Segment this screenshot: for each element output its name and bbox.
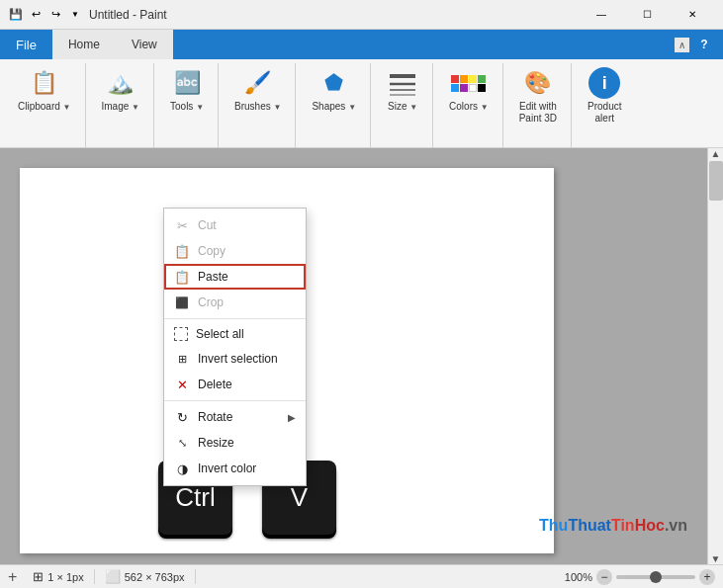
ribbon-group-brushes-items: 🖌️ Brushes ▼	[228, 63, 287, 143]
ctx-separator-1	[164, 318, 306, 319]
ribbon-group-image-items: 🏔️ Image ▼	[96, 63, 146, 143]
shapes-icon: ⬟	[318, 67, 350, 99]
ctx-delete[interactable]: ✕ Delete	[164, 372, 306, 397]
undo-icon[interactable]: ↩	[28, 7, 44, 23]
colors-button[interactable]: Colors ▼	[443, 63, 495, 117]
ribbon-group-shapes-items: ⬟ Shapes ▼	[306, 63, 362, 143]
ctx-copy[interactable]: 📋 Copy	[164, 238, 306, 264]
canvas-wrapper[interactable]: ✂ Cut 📋 Copy 📋 Paste ⬛ Crop Select	[0, 148, 707, 564]
ctx-invert-color[interactable]: ◑ Invert color	[164, 456, 306, 481]
zoom-slider[interactable]	[616, 575, 695, 579]
rotate-submenu-arrow: ▶	[288, 412, 296, 423]
rotate-icon: ↻	[174, 409, 190, 425]
ctx-rotate[interactable]: ↻ Rotate ▶	[164, 404, 306, 430]
context-menu: ✂ Cut 📋 Copy 📋 Paste ⬛ Crop Select	[163, 208, 307, 486]
watermark-dot: .vn	[665, 517, 687, 534]
tools-icon: 🔤	[171, 67, 203, 99]
dropdown-icon[interactable]: ▼	[67, 7, 83, 23]
canvas-area: ✂ Cut 📋 Copy 📋 Paste ⬛ Crop Select	[0, 148, 723, 564]
ribbon-group-tools-items: 🔤 Tools ▼	[164, 63, 210, 143]
clipboard-button[interactable]: 📋 Clipboard ▼	[12, 63, 77, 117]
select-all-label: Select all	[196, 327, 244, 341]
scroll-down-button[interactable]: ▼	[711, 553, 721, 564]
cut-icon: ✂	[174, 217, 190, 233]
status-canvas: ⬜ 562 × 763px	[95, 569, 196, 584]
scroll-up-button[interactable]: ▲	[711, 148, 721, 159]
shapes-label: Shapes ▼	[312, 101, 356, 113]
crop-icon: ⬛	[174, 294, 190, 310]
ribbon-group-edit3d: 🎨 Edit with Paint 3D	[505, 63, 572, 147]
resize-icon: ⤡	[174, 435, 190, 451]
ribbon-group-shapes: ⬟ Shapes ▼	[298, 63, 371, 147]
tools-button[interactable]: 🔤 Tools ▼	[164, 63, 210, 117]
title-bar: 💾 ↩ ↪ ▼ Untitled - Paint — ☐ ✕	[0, 0, 723, 30]
vertical-scrollbar[interactable]: ▲ ▼	[707, 148, 723, 564]
add-button[interactable]: +	[8, 568, 17, 586]
menu-file[interactable]: File	[0, 30, 52, 59]
copy-icon: 📋	[174, 243, 190, 259]
size-button[interactable]: Size ▼	[381, 63, 424, 117]
menu-bar-right: ∧ ?	[675, 30, 723, 59]
ribbon-group-edit3d-items: 🎨 Edit with Paint 3D	[513, 63, 563, 143]
ctx-select-all[interactable]: Select all	[164, 322, 306, 346]
menu-bar: File Home View ∧ ?	[0, 30, 723, 59]
alert-icon: i	[588, 67, 620, 99]
title-bar-left: 💾 ↩ ↪ ▼ Untitled - Paint	[8, 7, 167, 23]
ribbon-group-alert: i Product alert	[574, 63, 635, 147]
edit3d-label: Edit with Paint 3D	[519, 101, 557, 125]
tools-label: Tools ▼	[170, 101, 204, 113]
scroll-thumb[interactable]	[709, 161, 723, 201]
alert-button[interactable]: i Product alert	[582, 63, 627, 128]
brushes-icon: 🖌️	[242, 67, 274, 99]
edit3d-button[interactable]: 🎨 Edit with Paint 3D	[513, 63, 563, 128]
ribbon-group-size: Size ▼	[373, 63, 433, 147]
redo-icon[interactable]: ↪	[47, 7, 63, 23]
size-label: Size ▼	[388, 101, 417, 113]
menu-home[interactable]: Home	[52, 30, 116, 59]
zoom-thumb[interactable]	[650, 571, 662, 583]
ribbon-group-colors-items: Colors ▼	[443, 63, 495, 143]
colors-label: Colors ▼	[449, 101, 489, 113]
invert-color-label: Invert color	[198, 462, 256, 475]
watermark-thu: Thu	[539, 517, 568, 534]
canvas-icon: ⬜	[105, 569, 121, 584]
watermark-thuat: Thuat	[568, 517, 611, 534]
ctx-separator-2	[164, 400, 306, 401]
ribbon-collapse-button[interactable]: ∧	[675, 38, 689, 52]
ctx-paste[interactable]: 📋 Paste	[164, 264, 306, 290]
ctx-cut[interactable]: ✂ Cut	[164, 212, 306, 238]
title-bar-title: Untitled - Paint	[89, 8, 167, 22]
invert-selection-label: Invert selection	[198, 352, 278, 366]
ctx-crop[interactable]: ⬛ Crop	[164, 290, 306, 315]
zoom-percent: 100%	[565, 571, 592, 583]
zoom-plus-button[interactable]: +	[699, 569, 715, 585]
ribbon-group-image: 🏔️ Image ▼	[88, 63, 155, 147]
help-button[interactable]: ?	[693, 34, 715, 55]
ribbon-group-colors: Colors ▼	[435, 63, 503, 147]
ribbon-group-brushes: 🖌️ Brushes ▼	[221, 63, 296, 147]
paste-label: Paste	[198, 270, 228, 284]
close-button[interactable]: ✕	[670, 0, 715, 30]
shapes-button[interactable]: ⬟ Shapes ▼	[306, 63, 362, 117]
ctx-resize[interactable]: ⤡ Resize	[164, 430, 306, 456]
image-button[interactable]: 🏔️ Image ▼	[96, 63, 146, 117]
image-icon: 🏔️	[105, 67, 136, 99]
crop-label: Crop	[198, 295, 224, 309]
watermark-tin: Tin	[611, 517, 635, 534]
canvas-size: 562 × 763px	[125, 571, 185, 583]
ribbon-group-clipboard: 📋 Clipboard ▼	[4, 63, 86, 147]
copy-label: Copy	[198, 244, 226, 258]
ctx-invert-selection[interactable]: ⊞ Invert selection	[164, 346, 306, 372]
menu-view[interactable]: View	[116, 30, 173, 59]
brushes-button[interactable]: 🖌️ Brushes ▼	[228, 63, 287, 117]
minimize-button[interactable]: —	[579, 0, 624, 30]
maximize-button[interactable]: ☐	[624, 0, 670, 30]
pixel-size: 1 × 1px	[47, 571, 83, 583]
resize-label: Resize	[198, 436, 234, 450]
zoom-minus-button[interactable]: −	[596, 569, 612, 585]
cut-label: Cut	[198, 218, 217, 232]
status-zoom: 100% − +	[565, 569, 715, 585]
title-bar-icons: 💾 ↩ ↪ ▼	[8, 7, 83, 23]
save-icon[interactable]: 💾	[8, 7, 24, 23]
edit3d-icon: 🎨	[522, 67, 554, 99]
